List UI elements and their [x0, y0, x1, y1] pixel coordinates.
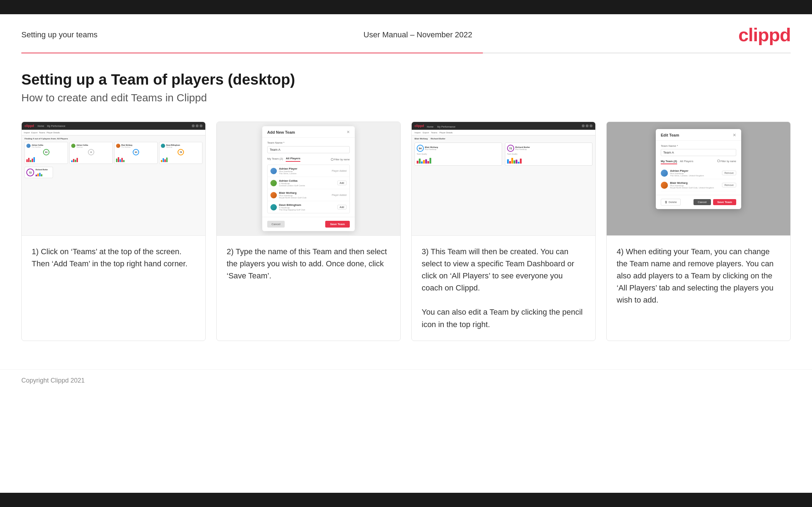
screenshot-4: Edit Team ✕ Team Name * My Team (2) All …: [607, 122, 790, 236]
ss3-card-2: 72 Richard Butler Plus Handicap Team Qua…: [505, 143, 592, 166]
ss4-save-button[interactable]: Save Team: [713, 199, 736, 205]
ss2-tabs: My Team (2) All Players Filter by name: [267, 157, 350, 162]
ss2-player-list: Adrian Player Plus Handicap The Shire, L…: [267, 165, 350, 213]
screenshot-1: clippd Home My Performance Imp: [22, 122, 205, 236]
ss2-save-button[interactable]: Save Team: [325, 221, 350, 228]
card-4: Edit Team ✕ Team Name * My Team (2) All …: [606, 122, 791, 341]
card-3: clippd Home My Performance Import: [411, 122, 596, 341]
ss1-player-1: Adrian Coliba Plus Handicap 84: [25, 142, 68, 164]
ss4-modal-title: Edit Team: [661, 133, 679, 137]
footer: Copyright Clippd 2021: [0, 369, 812, 391]
card-2-text: 2) Type the name of this Team and then s…: [217, 236, 400, 341]
page-subtitle: How to create and edit Teams in Clippd: [21, 92, 791, 104]
ss1-players-grid: Adrian Coliba Plus Handicap 84: [22, 140, 205, 165]
ss2-container: Add New Team ✕ Team Name * My Team (2) A…: [217, 122, 400, 235]
ss1-topbar: clippd Home My Performance: [22, 122, 205, 130]
screenshot-2: Add New Team ✕ Team Name * My Team (2) A…: [217, 122, 400, 236]
ss2-avatar-1: [270, 168, 277, 174]
ss2-modal: Add New Team ✕ Team Name * My Team (2) A…: [262, 126, 355, 231]
ss2-cancel-button[interactable]: Cancel: [267, 221, 285, 228]
ss2-add-btn-2[interactable]: Add: [337, 181, 347, 185]
ss2-player-row-1: Adrian Player Plus Handicap The Shire, L…: [268, 165, 349, 177]
ss4-delete-button[interactable]: 🗑 Delete: [661, 199, 681, 206]
ss2-modal-title: Add New Team: [267, 130, 295, 134]
card-2: Add New Team ✕ Team Name * My Team (2) A…: [216, 122, 401, 341]
logo: clippd: [738, 24, 791, 46]
ss2-tab-all-players[interactable]: All Players: [286, 157, 300, 162]
top-bar: [0, 0, 812, 14]
ss2-add-btn-4[interactable]: Add: [337, 205, 347, 209]
ss2-player-row-2: Adrian Coliba 1 Handicap Central London …: [268, 177, 349, 189]
ss4-footer: 🗑 Delete Cancel Save Team: [656, 195, 741, 209]
ss4-team-name-input[interactable]: [661, 149, 736, 156]
ss4-cancel-button[interactable]: Cancel: [694, 199, 711, 205]
ss4-modal-header: Edit Team ✕: [656, 129, 741, 141]
ss2-modal-body: Team Name * My Team (2) All Players Filt…: [262, 138, 355, 217]
ss1-logo: clippd: [25, 124, 34, 128]
ss1-nav: Home My Performance: [36, 125, 68, 127]
ss4-tab-all-players[interactable]: All Players: [680, 160, 694, 164]
ss3-topbar: clippd Home My Performance: [412, 122, 595, 130]
card-3-text: 3) This Team will then be created. You c…: [412, 236, 595, 341]
ss2-tab-my-team[interactable]: My Team (2): [267, 157, 283, 161]
ss1-container: clippd Home My Performance Imp: [22, 122, 205, 235]
ss4-container: Edit Team ✕ Team Name * My Team (2) All …: [607, 122, 790, 235]
ss1-bottom: 72 Richard Butler: [22, 165, 205, 180]
ss3-heading: Blair McHarg Richard Butler: [412, 135, 595, 141]
ss1-player-4: Dave Billingham Handicap 78: [159, 142, 202, 164]
ss3-toolbar: Import Export Teams Player Details: [412, 130, 595, 135]
ss2-team-name-label: Team Name *: [267, 141, 350, 144]
ss4-avatar-2: [661, 182, 668, 189]
ss2-filter: Filter by name: [331, 158, 350, 161]
card-4-text: 4) When editing your Team, you can chang…: [607, 236, 790, 341]
ss1-heading: Finding 4 out of 4 players from: All Pla…: [22, 135, 205, 140]
ss2-player-row-4: Dave Billingham 5 Handicap The Dog Nappi…: [268, 201, 349, 213]
ss4-player-row-2: Blair McHarg Plus Handicap Royal North D…: [661, 179, 736, 191]
header-title: User Manual – November 2022: [364, 30, 473, 39]
cards-row: clippd Home My Performance Imp: [21, 122, 791, 341]
ss4-body: Team Name * My Team (2) All Players Filt…: [656, 141, 741, 195]
ss4-modal: Edit Team ✕ Team Name * My Team (2) All …: [656, 129, 741, 209]
ss3-players-row: 94 Blair McHarg Plus Handicap Team Quali…: [412, 141, 595, 167]
header: Setting up your teams User Manual – Nove…: [0, 14, 812, 53]
ss4-filter-checkbox[interactable]: [717, 160, 720, 162]
ss2-team-name-input[interactable]: [267, 146, 350, 153]
ss3-container: clippd Home My Performance Import: [412, 122, 595, 235]
ss4-close-icon[interactable]: ✕: [733, 133, 736, 138]
ss2-avatar-2: [270, 180, 277, 186]
page-title: Setting up a Team of players (desktop): [21, 71, 791, 88]
ss2-close-icon[interactable]: ✕: [347, 130, 350, 134]
ss1-toolbar: Import Export Teams Player Details: [22, 130, 205, 135]
main-content: Setting up a Team of players (desktop) H…: [0, 53, 812, 369]
ss4-tabs: My Team (2) All Players Filter by name: [661, 160, 736, 164]
ss4-team-name-label: Team Name *: [661, 144, 736, 148]
ss4-remove-btn-2[interactable]: Remove: [722, 183, 736, 187]
bottom-bar: [0, 493, 812, 507]
ss3-card-1: 94 Blair McHarg Plus Handicap Team Quali…: [415, 143, 502, 166]
ss2-modal-header: Add New Team ✕: [262, 126, 355, 138]
card-1-text: 1) Click on ‘Teams’ at the top of the sc…: [22, 236, 205, 341]
ss2-player-row-3: Blair McHarg Plus Handicap Royal North D…: [268, 189, 349, 201]
ss2-filter-checkbox[interactable]: [331, 158, 333, 161]
ss4-tab-my-team[interactable]: My Team (2): [661, 160, 677, 164]
screenshot-3: clippd Home My Performance Import: [412, 122, 595, 236]
ss4-avatar-1: [661, 170, 668, 177]
ss4-player-row-1: Adrian Player Plus Handicap The Shire, L…: [661, 167, 736, 179]
ss1-player-2: Adrian Coliba Handicap 0: [69, 142, 113, 164]
ss2-avatar-4: [270, 204, 277, 210]
ss1-player-3: Blair McHarg Plus Handicap 94: [114, 142, 158, 164]
card-1: clippd Home My Performance Imp: [21, 122, 206, 341]
ss4-remove-btn-1[interactable]: Remove: [722, 171, 736, 175]
ss2-avatar-3: [270, 192, 277, 198]
ss2-footer: Cancel Save Team: [262, 217, 355, 231]
trash-icon: 🗑: [665, 201, 668, 204]
header-section: Setting up your teams: [21, 30, 97, 39]
ss1-controls: [192, 124, 202, 127]
copyright-text: Copyright Clippd 2021: [21, 377, 85, 384]
